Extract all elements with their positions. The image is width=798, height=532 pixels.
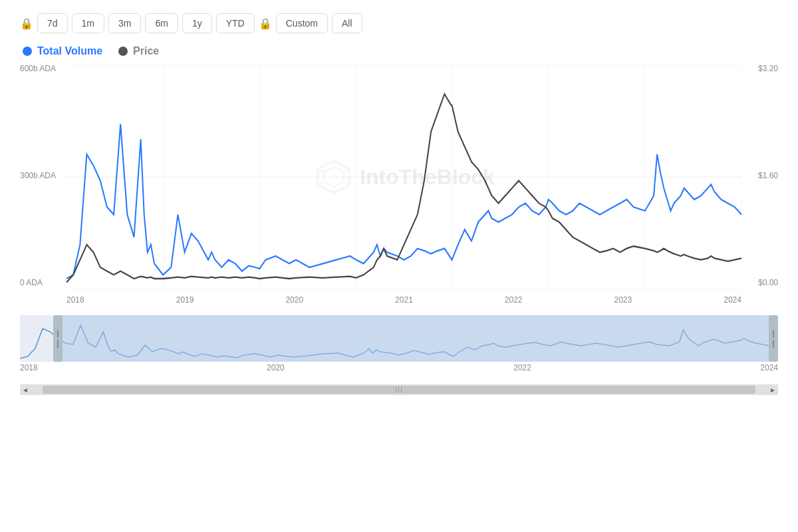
btn-ytd[interactable]: YTD [216, 13, 255, 33]
handle-line [773, 330, 774, 338]
mini-x-2022: 2022 [513, 363, 531, 372]
lock-icon-left: 🔒 [20, 17, 33, 30]
scrollbar: ◄ III ► [20, 384, 778, 395]
btn-custom[interactable]: Custom [276, 13, 328, 33]
btn-3m[interactable]: 3m [108, 13, 141, 33]
btn-7d[interactable]: 7d [37, 13, 68, 33]
legend-label-price: Price [133, 45, 159, 57]
mini-handle-right[interactable] [769, 315, 778, 362]
chart-svg-area: IntoTheBlock [66, 64, 741, 290]
handle-line [57, 330, 59, 338]
x-axis: 2018 2019 2020 2021 2022 2023 2024 [66, 290, 741, 310]
btn-6m[interactable]: 6m [145, 13, 178, 33]
x-label-2021: 2021 [395, 295, 413, 305]
btn-1m[interactable]: 1m [72, 13, 104, 33]
mini-chart-container: 2018 2020 2022 2024 [20, 315, 778, 382]
lock-icon-custom: 🔒 [259, 17, 272, 30]
legend-price[interactable]: Price [118, 45, 159, 57]
chart-legend: Total Volume Price [20, 45, 778, 57]
x-label-2019: 2019 [176, 295, 194, 305]
y-left-top: 600b ADA [20, 64, 66, 73]
y-axis-right: $3.20 $1.60 $0.00 [741, 64, 778, 290]
handle-line [773, 340, 774, 348]
scrollbar-thumb[interactable]: III [43, 386, 755, 394]
mini-x-2024: 2024 [760, 363, 778, 372]
y-left-bot: 0 ADA [20, 278, 66, 287]
x-label-2023: 2023 [614, 295, 632, 305]
mini-x-2020: 2020 [267, 363, 285, 372]
btn-1y[interactable]: 1y [182, 13, 212, 33]
y-left-mid: 300b ADA [20, 171, 66, 180]
handle-line [57, 340, 59, 348]
x-label-2024: 2024 [724, 295, 741, 305]
legend-dot-volume [23, 47, 32, 56]
y-right-mid: $1.60 [758, 171, 778, 180]
mini-x-axis: 2018 2020 2022 2024 [20, 362, 778, 374]
scrollbar-right-arrow[interactable]: ► [767, 384, 778, 395]
btn-all[interactable]: All [332, 13, 362, 33]
handle-lines-right [773, 330, 774, 348]
scrollbar-drag-icon: III [395, 386, 403, 394]
x-label-2018: 2018 [66, 295, 84, 305]
scrollbar-left-arrow[interactable]: ◄ [20, 384, 31, 395]
x-label-2020: 2020 [285, 295, 303, 305]
y-right-bot: $0.00 [758, 278, 778, 287]
mini-chart[interactable] [20, 315, 778, 362]
handle-lines-left [57, 330, 59, 348]
legend-label-volume: Total Volume [37, 45, 102, 57]
legend-dot-price [118, 47, 128, 56]
main-chart: 600b ADA 300b ADA 0 ADA $3.20 $1.60 $0.0… [20, 64, 778, 310]
y-right-top: $3.20 [758, 64, 778, 73]
mini-handle-left[interactable] [53, 315, 63, 362]
mini-chart-svg [20, 315, 778, 362]
mini-x-2018: 2018 [20, 363, 38, 372]
x-label-2022: 2022 [505, 295, 523, 305]
main-chart-svg [66, 64, 741, 290]
time-controls: 🔒 7d 1m 3m 6m 1y YTD 🔒 Custom All [20, 13, 778, 33]
legend-volume[interactable]: Total Volume [23, 45, 102, 57]
y-axis-left: 600b ADA 300b ADA 0 ADA [20, 64, 66, 290]
chart-area: 600b ADA 300b ADA 0 ADA $3.20 $1.60 $0.0… [20, 64, 778, 525]
